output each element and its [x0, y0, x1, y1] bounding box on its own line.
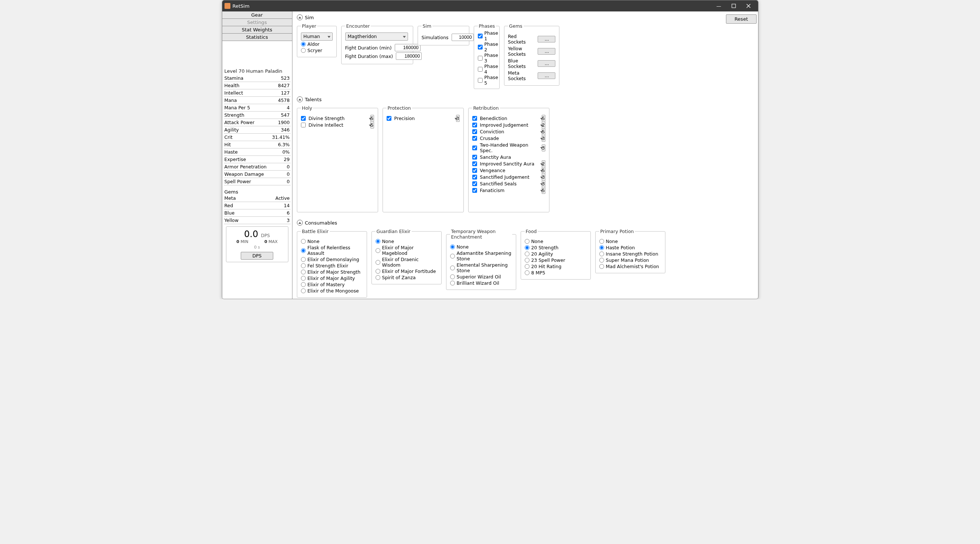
consumable-radio[interactable]: [525, 264, 530, 269]
talent-checkbox[interactable]: [301, 122, 306, 127]
consumable-radio[interactable]: [301, 239, 306, 244]
gem-name: Red: [224, 202, 257, 209]
gem-socket-button[interactable]: ...: [538, 60, 555, 67]
consumable-radio[interactable]: [599, 239, 604, 244]
consumable-radio[interactable]: [375, 269, 380, 274]
consumable-radio[interactable]: [525, 270, 530, 275]
talent-rank-select[interactable]: 2: [542, 160, 546, 167]
reset-button[interactable]: Reset: [726, 14, 756, 24]
close-button[interactable]: [741, 0, 756, 11]
simulations-input[interactable]: [452, 33, 474, 41]
consumable-radio[interactable]: [450, 281, 455, 285]
encounter-select[interactable]: Magtheridon: [345, 32, 408, 41]
consumable-radio[interactable]: [599, 264, 604, 269]
consumable-radio[interactable]: [599, 258, 604, 262]
talent-checkbox[interactable]: [387, 116, 391, 121]
talent-rank-select[interactable]: 5: [542, 187, 546, 194]
consumable-radio[interactable]: [525, 245, 530, 250]
phase-checkbox[interactable]: [478, 45, 483, 49]
gem-socket-button[interactable]: ...: [538, 36, 555, 43]
talent-checkbox[interactable]: [472, 136, 477, 141]
gem-socket-button[interactable]: ...: [538, 72, 555, 79]
talent-rank-select[interactable]: 3: [542, 173, 546, 181]
talent-name: Divine Intellect: [309, 122, 368, 128]
run-dps-button[interactable]: DPS: [241, 252, 273, 259]
dps-panel: 0.0 DPS 0 MIN 0 MAX 0 s DPS: [226, 226, 288, 262]
gem-name: Blue: [224, 209, 257, 217]
consumable-radio[interactable]: [301, 257, 306, 262]
stat-row: Spell Power0: [224, 178, 291, 185]
tab-stat-weights[interactable]: Stat Weights: [222, 26, 293, 33]
talent-rank-select[interactable]: 3: [542, 180, 546, 187]
talent-checkbox[interactable]: [472, 129, 477, 134]
consumable-radio[interactable]: [450, 274, 455, 279]
race-select[interactable]: Human: [301, 32, 333, 41]
talent-rank-select[interactable]: 5: [542, 167, 546, 174]
talent-rank-select[interactable]: 3: [542, 145, 546, 151]
talent-checkbox[interactable]: [472, 145, 477, 150]
talent-checkbox[interactable]: [472, 168, 477, 173]
talent-checkbox[interactable]: [472, 155, 477, 159]
phase-checkbox[interactable]: [478, 78, 483, 83]
consumable-radio[interactable]: [525, 258, 530, 262]
consumable-radio[interactable]: [301, 270, 306, 274]
minimize-button[interactable]: —: [711, 0, 726, 11]
fd-max-label: Fight Duration (max): [345, 54, 393, 59]
consumable-radio[interactable]: [599, 245, 604, 250]
stat-value: 127: [270, 89, 291, 97]
consumable-radio[interactable]: [525, 251, 530, 256]
talent-rank-select[interactable]: 5: [542, 128, 546, 135]
consumable-radio[interactable]: [450, 245, 455, 249]
main-scroll[interactable]: Reset Sim Player Human AldorScryer: [293, 11, 758, 299]
consumables-section-header[interactable]: Consumables: [297, 220, 754, 226]
talent-rank-select[interactable]: 5: [371, 115, 374, 122]
talent-rank-select[interactable]: 2: [542, 121, 546, 129]
faction-radio[interactable]: [301, 42, 306, 46]
consumable-radio[interactable]: [375, 260, 380, 265]
phase-checkbox[interactable]: [478, 67, 483, 72]
phase-checkbox[interactable]: [478, 33, 483, 38]
faction-radio[interactable]: [301, 48, 306, 53]
consumable-radio[interactable]: [450, 254, 455, 259]
fd-min-input[interactable]: [395, 44, 421, 51]
consumable-radio[interactable]: [301, 263, 306, 268]
talent-rank-select[interactable]: 5: [371, 121, 374, 129]
tab-gear[interactable]: Gear: [222, 11, 293, 19]
sim-section-header[interactable]: Sim: [297, 14, 754, 20]
stat-name: Haste: [224, 148, 270, 156]
consumable-radio[interactable]: [301, 282, 306, 287]
talent-checkbox[interactable]: [472, 161, 477, 166]
gem-row: Blue6: [224, 209, 291, 217]
consumable-radio[interactable]: [301, 288, 306, 293]
talent-rank-select[interactable]: 3: [456, 115, 460, 122]
talent-checkbox[interactable]: [472, 122, 477, 127]
fd-max-input[interactable]: [396, 52, 422, 60]
consumable-label: None: [531, 239, 544, 244]
consumable-radio[interactable]: [375, 275, 380, 280]
talent-rank-select[interactable]: 5: [542, 115, 546, 122]
consumable-radio[interactable]: [375, 239, 380, 244]
talent-checkbox[interactable]: [472, 175, 477, 180]
consumable-radio[interactable]: [599, 251, 604, 256]
maximize-button[interactable]: [726, 0, 741, 11]
gem-socket-button[interactable]: ...: [538, 48, 555, 55]
consumable-radio[interactable]: [375, 248, 380, 253]
tab-settings[interactable]: Settings: [222, 19, 293, 26]
dps-value: 0.0: [244, 229, 258, 239]
consumable-radio[interactable]: [525, 239, 530, 244]
consumable-radio[interactable]: [301, 276, 306, 281]
talent-checkbox[interactable]: [301, 116, 306, 121]
gem-socket-label: Red Sockets: [508, 33, 535, 45]
primary-potion-legend: Primary Potion: [599, 229, 635, 234]
tab-statistics[interactable]: Statistics: [222, 33, 293, 41]
talents-section-header[interactable]: Talents: [297, 96, 754, 102]
talent-checkbox[interactable]: [472, 188, 477, 193]
phase-label: Phase 1: [484, 30, 498, 41]
phase-checkbox[interactable]: [478, 56, 483, 60]
talent-rank-select[interactable]: 3: [542, 135, 546, 142]
consumable-radio[interactable]: [450, 266, 455, 270]
talent-checkbox[interactable]: [472, 116, 477, 121]
consumable-label: Spirit of Zanza: [382, 275, 416, 280]
consumable-radio[interactable]: [301, 248, 306, 253]
talent-checkbox[interactable]: [472, 181, 477, 186]
